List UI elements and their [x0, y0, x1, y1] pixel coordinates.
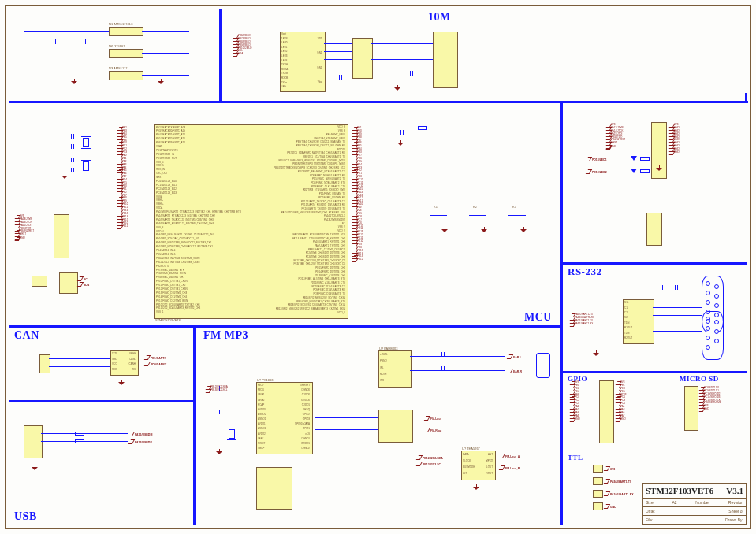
pin: CLOCK — [463, 460, 475, 463]
pin: LED0 — [281, 42, 288, 45]
gnd-x — [61, 173, 69, 178]
xtal-vs — [229, 429, 235, 439]
xtal-8mhz — [83, 161, 89, 171]
xtal-32k — [83, 138, 89, 147]
k1-w — [430, 215, 447, 216]
conn-jack — [536, 353, 550, 378]
res-d0 — [418, 126, 427, 130]
pin: Vbat — [310, 81, 322, 84]
auto: LINE2 — [258, 399, 266, 402]
w-spk2 — [410, 370, 505, 371]
title-mcu: MCU — [524, 311, 552, 324]
net-fml-a: FM-Lout_A — [501, 453, 520, 458]
sep-v-0 — [219, 9, 222, 102]
auto: AGND0 — [258, 413, 266, 417]
cap-x1 — [71, 158, 74, 162]
tb-rev: V3.1 — [726, 486, 743, 495]
pin: LED3 — [281, 55, 288, 58]
chip-eeprom — [59, 272, 78, 294]
auto: LINE1 — [258, 394, 266, 397]
cap-pwr-1 — [55, 39, 58, 44]
mcu-pins-right: VDD_3VSS_3PE1/FSMC_NBL1PE0/TIM4_ETR/FSMC… — [201, 126, 345, 315]
tea-pins-r: ANT MPXO LOUT ROUT — [479, 452, 493, 477]
pin: 1PPS — [281, 38, 288, 41]
rs232-nets: PA9/USART1-TX PA10/USART1-RX PA2/USART2-… — [571, 313, 594, 325]
cap-x2 — [71, 168, 74, 172]
auto: CVDD0 — [284, 394, 310, 397]
pin: C1+ — [624, 302, 632, 305]
gnd-vs — [216, 449, 223, 454]
pin: INL — [380, 367, 388, 370]
net-scl: SCL — [79, 276, 89, 281]
w-232-3 — [653, 331, 702, 332]
pin: C1- — [624, 307, 632, 310]
w-can2 — [49, 366, 110, 367]
w10m-4 — [371, 43, 433, 44]
net-usbdm: PA11/USBDM — [130, 431, 152, 436]
led-d3 — [631, 156, 637, 161]
auto: GND — [616, 418, 627, 421]
can-pins-r: VREF CANL CANH RS — [124, 352, 136, 373]
auto: VDD_3 — [201, 126, 345, 129]
pam-lbl: U? PAM8403 — [379, 347, 398, 350]
pin: LOUT — [479, 466, 493, 469]
title-rs232: RS-232 — [568, 265, 601, 278]
wire-pwr-out3 — [142, 75, 189, 76]
sep-h-2 — [9, 325, 560, 328]
net: PB13/I2C2-SCL — [207, 389, 228, 392]
k1-lbl: K1 — [434, 205, 438, 209]
jtag-nets-right: 3V3GNDGNDGNDGNDGNDGNDGNDGNDGND — [670, 124, 680, 154]
vs-pins-r: XRESETDGND0CVDD0IOVDD0CVDD1DREQGPIO2GPIO… — [284, 384, 310, 451]
mcu-partno: STM32F103VET6 — [155, 318, 181, 322]
pin: C2- — [624, 317, 632, 320]
chip-aux — [256, 467, 292, 510]
net-ttl2: PA10/USART1-RX — [605, 491, 634, 496]
auto: CVDD1 — [284, 404, 310, 407]
10m-nets-l: PB6/I2B/LD PB7/I2B/LD PB8/I2B/LD PB9/I2B… — [234, 35, 251, 56]
gnd-can — [118, 380, 125, 384]
pin: R1OUT — [624, 327, 632, 330]
auto: LEFT — [258, 438, 266, 441]
auto: GND — [607, 146, 625, 149]
w-spk1 — [410, 356, 505, 357]
wire-pwr-in — [24, 31, 109, 32]
reg-3 — [109, 71, 143, 80]
pin: GND — [310, 52, 322, 55]
mcu-nets-right: PE1PE0PB9PB8PB7PB6PB5PB4PB3PD7PD6PD5PD4P… — [353, 127, 363, 261]
title-usd: MICRO SD — [680, 375, 719, 383]
pin: INR — [380, 380, 388, 383]
net: SDA — [234, 53, 251, 56]
hdr-ttl-2 — [593, 477, 603, 485]
auto: GPIO1 — [284, 428, 310, 431]
auto: PB8/TIM4_CH3/SDIO_D4/I2C1_SCL/CAN_RX — [201, 145, 345, 148]
auto: AGND2 — [258, 428, 266, 431]
tb-board: STM32F103VET6 — [646, 486, 713, 495]
auto: IOVDD1 — [284, 443, 310, 446]
pin: MPXO — [479, 460, 493, 463]
net-earl: EAR-L — [508, 354, 522, 359]
sep-h-3 — [560, 262, 747, 265]
conn-usb — [24, 425, 43, 458]
auto: GBUF — [258, 447, 266, 451]
hdr-ttl-3 — [593, 490, 603, 498]
cap-x3 — [71, 134, 74, 139]
auto: DREQ — [284, 409, 310, 412]
net-fmlout: FM-Lout — [426, 415, 441, 421]
cap-pwr-2 — [85, 39, 88, 44]
net-earr: EAR-R — [508, 368, 522, 373]
conn-10m-rj — [433, 32, 458, 88]
hdr-usd — [684, 386, 698, 431]
auto: DGND0 — [284, 389, 310, 392]
auto: VSS_2 — [201, 226, 345, 229]
w10m-1 — [324, 43, 352, 44]
cap-232a — [662, 285, 665, 290]
auto: PB12 — [353, 258, 363, 261]
can-pins: TXD GND VCC RXD — [112, 352, 117, 373]
pin: TXDB — [281, 72, 288, 76]
auto: AGND1 — [258, 418, 266, 421]
vs1003-lbl: U? VS1003 — [257, 378, 273, 382]
jtag-nets-left2: 3V3PA13/JTMSPA14/JTCKPA15/JTDIPB3/JTDOPB… — [607, 124, 625, 148]
hdr-ttl-4 — [593, 502, 603, 510]
w-232-4 — [653, 339, 702, 339]
auto: GPIO3 — [284, 418, 310, 421]
